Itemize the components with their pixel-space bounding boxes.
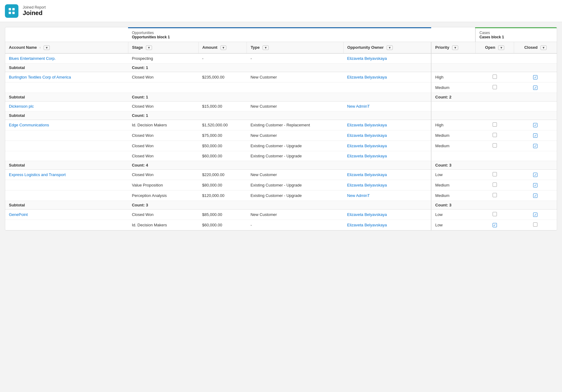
owner-cell[interactable]: Elizaveta Belyavskaya <box>343 151 431 161</box>
owner-cell <box>343 83 431 93</box>
checkbox[interactable]: ✓ <box>533 75 537 79</box>
subtotal-row: SubtotalCount: 1 <box>5 111 557 120</box>
type-cell: New Customer <box>247 170 344 180</box>
amount-cell: $60,000.00 <box>198 151 247 161</box>
closed-cell[interactable]: ✓ <box>514 141 557 151</box>
filter-closed-btn[interactable]: ▼ <box>541 45 547 50</box>
filter-amount-btn[interactable]: ▼ <box>221 45 227 50</box>
col-owner[interactable]: Opportunity Owner ▼ <box>343 42 431 54</box>
priority-cell <box>431 53 475 63</box>
table-row: Closed Won$75,000.00New CustomerElizavet… <box>5 130 557 141</box>
account-cell[interactable]: Burlington Textiles Corp of America <box>5 72 128 83</box>
closed-cell[interactable]: ✓ <box>514 170 557 180</box>
owner-cell[interactable]: New AdminT <box>343 102 431 111</box>
col-stage[interactable]: Stage ▼ <box>128 42 198 54</box>
account-cell <box>5 130 128 141</box>
filter-type-btn[interactable]: ▼ <box>263 45 269 50</box>
subtotal-cases-count <box>431 63 475 72</box>
col-open[interactable]: Open ▼ <box>475 42 514 54</box>
closed-cell[interactable]: ✓ <box>514 190 557 201</box>
checkbox[interactable] <box>493 75 497 79</box>
priority-cell: Low <box>431 220 475 230</box>
checkbox[interactable]: ✓ <box>533 144 537 148</box>
checkbox[interactable] <box>493 183 497 187</box>
checkbox[interactable]: ✓ <box>533 86 537 90</box>
open-cell[interactable] <box>475 120 514 130</box>
subtotal-cases-count: Count: 2 <box>431 93 475 102</box>
open-cell[interactable] <box>475 72 514 83</box>
col-closed[interactable]: Closed ▼ <box>514 42 557 54</box>
amount-cell: $235,000.00 <box>198 72 247 83</box>
amount-cell: $15,000.00 <box>198 102 247 111</box>
owner-cell[interactable]: Elizaveta Belyavskaya <box>343 170 431 180</box>
closed-cell[interactable]: ✓ <box>514 209 557 220</box>
checkbox[interactable]: ✓ <box>533 133 537 138</box>
open-cell[interactable] <box>475 180 514 190</box>
type-cell: New Customer <box>247 130 344 141</box>
closed-cell[interactable]: ✓ <box>514 72 557 83</box>
closed-cell[interactable]: ✓ <box>514 120 557 130</box>
open-cell[interactable] <box>475 83 514 93</box>
closed-cell[interactable]: ✓ <box>514 130 557 141</box>
svg-rect-0 <box>9 8 11 10</box>
filter-priority-btn[interactable]: ▼ <box>452 45 458 50</box>
closed-cell[interactable]: ✓ <box>514 83 557 93</box>
checkbox[interactable] <box>493 85 497 89</box>
account-cell[interactable]: GenePoint <box>5 209 128 220</box>
account-cell[interactable]: Blues Entertainment Corp. <box>5 53 128 63</box>
closed-cell[interactable]: ✓ <box>514 180 557 190</box>
filter-open-btn[interactable]: ▼ <box>498 45 504 50</box>
checkbox[interactable]: ✓ <box>493 223 497 227</box>
table-row: Express Logistics and TransportClosed Wo… <box>5 170 557 180</box>
amount-cell: - <box>198 53 247 63</box>
checkbox[interactable] <box>493 143 497 148</box>
open-cell[interactable]: ✓ <box>475 220 514 230</box>
open-cell[interactable] <box>475 141 514 151</box>
filter-stage-btn[interactable]: ▼ <box>146 45 152 50</box>
owner-cell[interactable]: Elizaveta Belyavskaya <box>343 72 431 83</box>
checkbox[interactable] <box>493 193 497 197</box>
amount-cell: $60,000.00 <box>198 220 247 230</box>
owner-cell[interactable]: Elizaveta Belyavskaya <box>343 180 431 190</box>
owner-cell[interactable]: New AdminT <box>343 190 431 201</box>
open-cell[interactable] <box>475 170 514 180</box>
stage-cell: Value Proposition <box>128 180 198 190</box>
checkbox[interactable]: ✓ <box>533 183 537 187</box>
priority-cell <box>431 151 475 161</box>
account-cell[interactable]: Dickenson plc <box>5 102 128 111</box>
checkbox[interactable]: ✓ <box>533 123 537 127</box>
checkbox[interactable]: ✓ <box>533 213 537 217</box>
owner-cell[interactable]: Elizaveta Belyavskaya <box>343 120 431 130</box>
checkbox[interactable] <box>533 222 537 227</box>
col-amount[interactable]: Amount ▼ <box>198 42 247 54</box>
subtotal-row: SubtotalCount: 1Count: 2 <box>5 93 557 102</box>
account-cell[interactable]: Edge Communications <box>5 120 128 130</box>
owner-cell[interactable]: Elizaveta Belyavskaya <box>343 209 431 220</box>
open-cell[interactable] <box>475 190 514 201</box>
open-cell <box>475 102 514 111</box>
checkbox[interactable] <box>493 133 497 137</box>
checkbox[interactable] <box>493 172 497 176</box>
col-priority[interactable]: Priority ▼ <box>431 42 475 54</box>
owner-cell[interactable]: Elizaveta Belyavskaya <box>343 130 431 141</box>
open-cell[interactable] <box>475 130 514 141</box>
owner-cell[interactable]: Elizaveta Belyavskaya <box>343 220 431 230</box>
checkbox[interactable]: ✓ <box>533 173 537 177</box>
checkbox[interactable] <box>493 122 497 127</box>
filter-account-btn[interactable]: ▼ <box>44 45 50 50</box>
owner-cell[interactable]: Elizaveta Belyavskaya <box>343 141 431 151</box>
account-cell[interactable]: Express Logistics and Transport <box>5 170 128 180</box>
checkbox[interactable]: ✓ <box>533 194 537 198</box>
priority-cell: Low <box>431 170 475 180</box>
checkbox[interactable] <box>493 212 497 216</box>
col-type[interactable]: Type ▼ <box>247 42 344 54</box>
filter-owner-btn[interactable]: ▼ <box>387 45 393 50</box>
col-account-name[interactable]: Account Name ↑ ▼ <box>5 42 128 54</box>
subtotal-cases-count: Count: 3 <box>431 201 475 209</box>
owner-cell[interactable]: Elizaveta Belyavskaya <box>343 53 431 63</box>
open-cell[interactable] <box>475 209 514 220</box>
subtotal-label: Subtotal <box>5 201 128 209</box>
closed-cell[interactable] <box>514 220 557 230</box>
stage-cell: Closed Won <box>128 141 198 151</box>
closed-cell <box>514 151 557 161</box>
